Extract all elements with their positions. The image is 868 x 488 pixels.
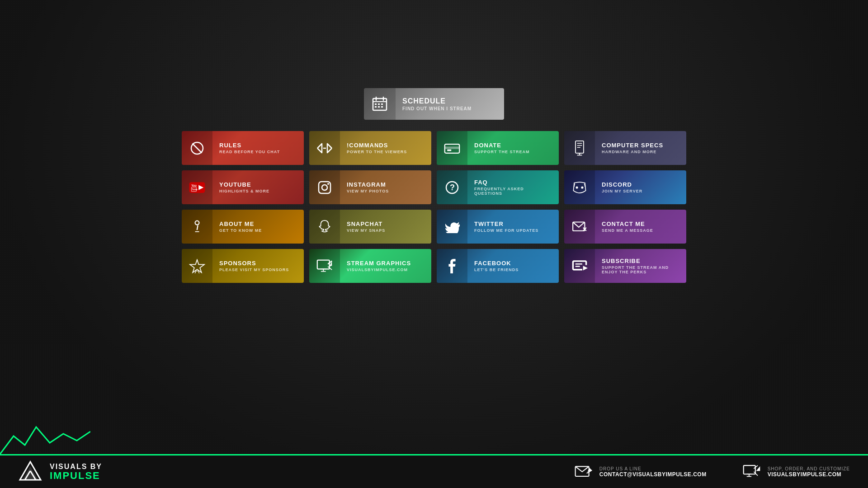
svg-point-34 (581, 186, 583, 188)
logo-icon (18, 460, 43, 484)
svg-rect-50 (576, 266, 580, 267)
rules-icon (182, 131, 212, 165)
subscribe-subtitle: SUPPORT THE STREAM AND ENJOY THE PERKS (602, 265, 679, 274)
computer-specs-button[interactable]: COMPUTER SPECS HARDWARE AND MORE (564, 131, 686, 165)
donate-button[interactable]: DONATE SUPPORT THE STREAM (437, 131, 559, 165)
instagram-button[interactable]: INSTAGRAM VIEW MY PHOTOS (309, 170, 431, 204)
snapchat-title: SNAPCHAT (347, 221, 425, 228)
footer-shop-label: SHOP, ORDER, AND CUSTOMIZE (768, 466, 850, 471)
computer-specs-title: COMPUTER SPECS (602, 142, 679, 149)
youtube-title: YOUTUBE (219, 181, 297, 188)
twitter-title: TWITTER (474, 221, 552, 228)
facebook-icon (437, 249, 467, 283)
footer: VISUALS BY IMPULSE DROP US A LINE CONTAC… (0, 454, 868, 488)
schedule-text: SCHEDULE FIND OUT WHEN I STREAM (396, 97, 504, 111)
youtube-button[interactable]: You Tube YOUTUBE HIGHLIGHTS & MORE (182, 170, 304, 204)
stream-graphics-subtitle: VISUALSBYIMPULSE.COM (347, 267, 425, 272)
instagram-subtitle: VIEW MY PHOTOS (347, 189, 425, 193)
youtube-text: YOUTUBE HIGHLIGHTS & MORE (212, 181, 304, 194)
footer-shop-section: SHOP, ORDER, AND CUSTOMIZE VISUALSBYIMPU… (743, 465, 850, 479)
youtube-icon: You Tube (182, 170, 212, 204)
svg-rect-5 (378, 103, 380, 105)
subscribe-text: SUBSCRIBE SUPPORT THE STREAM AND ENJOY T… (595, 258, 686, 275)
svg-rect-16 (576, 141, 584, 153)
panels-grid: RULES READ BEFORE YOU CHAT !COMMANDS POW… (182, 131, 686, 283)
faq-subtitle: FREQUENTLY ASKED QUESTIONS (474, 187, 552, 196)
donate-subtitle: SUPPORT THE STREAM (474, 150, 552, 154)
discord-button[interactable]: DISCORD JOIN MY SERVER (564, 170, 686, 204)
footer-contact-email: CONTACT@VISUALSBYIMPULSE.COM (599, 471, 707, 478)
footer-email-section: DROP US A LINE CONTACT@VISUALSBYIMPULSE.… (575, 465, 707, 479)
sponsors-button[interactable]: SPONSORS PLEASE VISIT MY SPONSORS (182, 249, 304, 283)
computer-specs-text: COMPUTER SPECS HARDWARE AND MORE (595, 142, 686, 155)
twitter-text: TWITTER FOLLOW ME FOR UPDATES (467, 221, 559, 233)
schedule-icon (364, 88, 396, 120)
donate-title: DONATE (474, 142, 552, 149)
svg-rect-9 (381, 106, 383, 108)
svg-rect-6 (381, 103, 383, 105)
rules-subtitle: READ BEFORE YOU CHAT (219, 150, 297, 154)
svg-rect-14 (445, 146, 459, 149)
facebook-title: FACEBOOK (474, 260, 552, 267)
svg-point-33 (576, 186, 578, 188)
svg-text:?: ? (450, 183, 455, 192)
commands-button[interactable]: !COMMANDS POWER TO THE VIEWERS (309, 131, 431, 165)
mountain-decoration (0, 418, 90, 454)
facebook-button[interactable]: FACEBOOK LET'S BE FRIENDS (437, 249, 559, 283)
commands-subtitle: POWER TO THE VIEWERS (347, 150, 425, 154)
svg-marker-63 (756, 466, 760, 471)
about-me-button[interactable]: i ABOUT ME GET TO KNOW ME (182, 210, 304, 244)
stream-graphics-title: STREAM GRAPHICS (347, 260, 425, 267)
footer-contact-label: DROP US A LINE (599, 466, 707, 471)
svg-marker-52 (23, 466, 38, 480)
svg-rect-4 (375, 103, 377, 105)
shop-icon (743, 465, 761, 479)
about-me-subtitle: GET TO KNOW ME (219, 228, 297, 233)
svg-line-11 (193, 143, 202, 153)
commands-text: !COMMANDS POWER TO THE VIEWERS (340, 142, 431, 155)
schedule-subtitle: FIND OUT WHEN I STREAM (402, 106, 497, 111)
snapchat-button[interactable]: SNAPCHAT VIEW MY SNAPS (309, 210, 431, 244)
faq-text: FAQ FREQUENTLY ASKED QUESTIONS (467, 179, 559, 196)
facebook-text: FACEBOOK LET'S BE FRIENDS (467, 260, 559, 272)
svg-rect-0 (373, 99, 387, 110)
logo-line2: IMPULSE (50, 471, 102, 481)
commands-icon (309, 131, 340, 165)
faq-button[interactable]: ? FAQ FREQUENTLY ASKED QUESTIONS (437, 170, 559, 204)
svg-rect-15 (447, 149, 451, 151)
discord-subtitle: JOIN MY SERVER (602, 189, 679, 193)
rules-button[interactable]: RULES READ BEFORE YOU CHAT (182, 131, 304, 165)
footer-contact-text: DROP US A LINE CONTACT@VISUALSBYIMPULSE.… (599, 466, 707, 478)
about-me-text: ABOUT ME GET TO KNOW ME (212, 221, 304, 233)
faq-title: FAQ (474, 179, 552, 186)
contact-me-subtitle: SEND ME A MESSAGE (602, 228, 679, 233)
rules-text: RULES READ BEFORE YOU CHAT (212, 142, 304, 155)
stream-graphics-button[interactable]: STREAM GRAPHICS VISUALSBYIMPULSE.COM (309, 249, 431, 283)
discord-icon (564, 170, 595, 204)
twitter-subtitle: FOLLOW ME FOR UPDATES (474, 228, 552, 233)
faq-icon: ? (437, 170, 467, 204)
svg-point-29 (322, 185, 327, 190)
svg-rect-49 (576, 263, 582, 265)
svg-rect-42 (317, 260, 330, 269)
facebook-subtitle: LET'S BE FRIENDS (474, 267, 552, 272)
svg-point-30 (327, 183, 329, 185)
subscribe-button[interactable]: SUBSCRIBE SUPPORT THE STREAM AND ENJOY T… (564, 249, 686, 283)
footer-shop-text: SHOP, ORDER, AND CUSTOMIZE VISUALSBYIMPU… (768, 466, 850, 478)
twitter-icon (437, 210, 467, 244)
about-me-icon: i (182, 210, 212, 244)
schedule-button[interactable]: SCHEDULE FIND OUT WHEN I STREAM (364, 88, 504, 120)
contact-me-icon (564, 210, 595, 244)
rules-title: RULES (219, 142, 297, 149)
subscribe-title: SUBSCRIBE (602, 258, 679, 265)
sponsors-icon (182, 249, 212, 283)
donate-text: DONATE SUPPORT THE STREAM (467, 142, 559, 155)
snapchat-icon (309, 210, 340, 244)
svg-text:You: You (191, 183, 197, 187)
twitter-button[interactable]: TWITTER FOLLOW ME FOR UPDATES (437, 210, 559, 244)
sponsors-title: SPONSORS (219, 260, 297, 267)
contact-me-button[interactable]: CONTACT ME SEND ME A MESSAGE (564, 210, 686, 244)
sponsors-text: SPONSORS PLEASE VISIT MY SPONSORS (212, 260, 304, 272)
stream-graphics-icon (309, 249, 340, 283)
svg-text:Tube: Tube (192, 188, 198, 191)
